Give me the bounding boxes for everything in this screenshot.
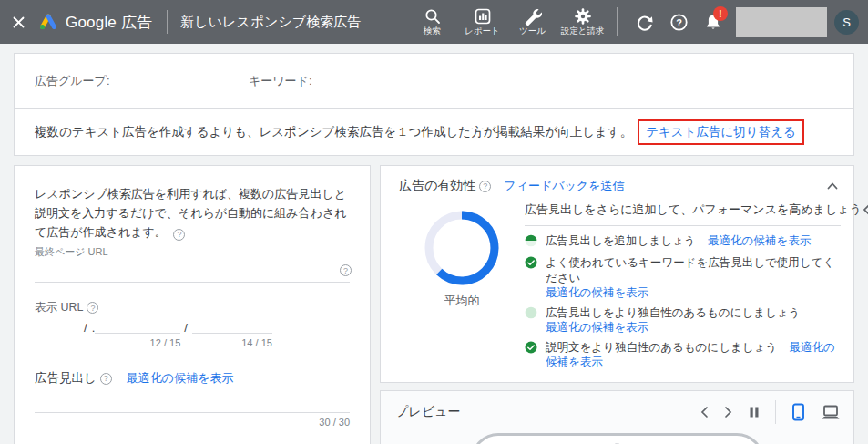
wrench-icon <box>524 7 542 26</box>
ad-strength-donut <box>423 209 501 287</box>
phone-preview-frame: 広告 · <box>471 433 764 444</box>
preview-title: プレビュー <box>395 404 460 420</box>
final-url-label: 最終ページ URL <box>35 245 350 259</box>
path2-counter: 14 / 15 <box>192 337 272 348</box>
half-progress-circle-icon <box>525 234 537 251</box>
suggestion-item: よく使われているキーワードを広告見出しで使用してください 最適化の候補を表示 <box>525 255 841 301</box>
chevron-up-icon[interactable] <box>824 179 841 193</box>
ad-editor-panel: レスポンシブ検索広告を利用すれば、複数の広告見出しと説明文を入力するだけで、それ… <box>14 165 371 444</box>
headline2-input[interactable]: 29 / 30 <box>35 440 350 444</box>
help-icon[interactable]: ? <box>661 0 696 44</box>
preview-panel: プレビュー <box>380 390 854 444</box>
send-feedback-link[interactable]: フィードバックを送信 <box>504 178 624 194</box>
ad-context-row: 広告グループ: キーワード: <box>15 54 853 108</box>
topbar-divider <box>617 7 618 36</box>
help-circle-icon[interactable]: ? <box>173 229 185 241</box>
ad-group-label: 広告グループ: <box>35 73 249 89</box>
logo-text: Google 広告 <box>66 12 152 33</box>
account-info-redacted <box>736 7 827 37</box>
final-url-input[interactable]: ? <box>35 259 350 283</box>
nav-search-label: 検索 <box>424 26 441 36</box>
suggestion-text: よく使われているキーワードを広告見出しで使用してください <box>546 256 834 284</box>
path-slash: / <box>80 321 92 348</box>
suggestion-text: 説明文をより独自性のあるものにしましょう <box>546 341 777 354</box>
headlines-label: 広告見出し <box>35 370 97 387</box>
suggestion-link[interactable]: 最適化の候補を表示 <box>546 285 841 301</box>
divider <box>525 225 841 226</box>
topbar-divider <box>167 10 168 34</box>
display-url-paths: / . 12 / 15 / 14 / 15 <box>80 321 350 348</box>
desktop-preview-icon[interactable] <box>821 404 841 420</box>
suggestion-item: 広告見出しを追加しましょう 最適化の候補を表示 <box>525 233 841 251</box>
nav-tools[interactable]: ツール <box>507 0 557 44</box>
check-circle-icon <box>525 256 537 301</box>
headline1-input[interactable]: 30 / 30 <box>35 399 350 428</box>
gear-icon <box>574 7 592 26</box>
avatar[interactable]: S <box>834 10 859 35</box>
suggestion-text: 広告見出しをより独自性のあるものにしましょう <box>546 306 800 319</box>
google-ads-logo-icon <box>38 13 58 31</box>
pause-icon[interactable] <box>749 406 760 418</box>
path1-counter: 12 / 15 <box>95 337 180 348</box>
chevron-left-icon[interactable] <box>862 203 868 216</box>
help-circle-icon[interactable]: ? <box>87 302 98 314</box>
path2-input[interactable]: 14 / 15 <box>192 321 272 348</box>
search-icon <box>424 7 442 26</box>
ad-strength-title: 広告の有効性 ? <box>399 178 491 194</box>
path-slash: / <box>180 321 192 348</box>
notice-row: 複数のテキスト広告を作成するよりも、レスポンシブ検索広告を１つ作成した方が掲載結… <box>15 108 853 155</box>
preview-next-icon[interactable] <box>724 406 733 418</box>
refresh-icon[interactable] <box>627 0 661 44</box>
mobile-preview-icon[interactable] <box>791 403 805 421</box>
help-circle-icon[interactable]: ? <box>479 181 491 192</box>
nav-reports-label: レポート <box>465 26 500 36</box>
headline1-counter: 30 / 30 <box>35 417 350 428</box>
suggestion-item: 広告見出しをより独自性のあるものにしましょう 最適化の候補を表示 <box>525 305 841 336</box>
topbar: Google 広告 新しいレスポンシブ検索広告 検索 レポート <box>0 0 868 44</box>
nav-reports[interactable]: レポート <box>457 0 507 44</box>
nav-search[interactable]: 検索 <box>407 0 457 44</box>
path1-input[interactable]: 12 / 15 <box>95 321 180 348</box>
notifications-bell-icon[interactable]: ! <box>696 0 730 44</box>
notice-text: 複数のテキスト広告を作成するよりも、レスポンシブ検索広告を１つ作成した方が掲載結… <box>35 124 632 140</box>
suggestion-text: 広告見出しを追加しましょう <box>546 234 696 247</box>
suggestion-item: 説明文をより独自性のあるものにしましょう 最適化の候補を表示 <box>525 340 841 370</box>
switch-to-text-ads-link[interactable]: テキスト広告に切り替える <box>646 124 796 140</box>
google-ads-logo[interactable]: Google 広告 <box>38 12 152 33</box>
close-icon[interactable] <box>0 0 36 44</box>
annotation-red-box: テキスト広告に切り替える <box>638 119 804 145</box>
headlines-header: 広告見出し ? 最適化の候補を表示 <box>35 370 350 387</box>
ad-strength-gauge: 平均的 <box>399 196 525 375</box>
report-icon <box>474 7 492 26</box>
help-circle-icon[interactable]: ? <box>340 264 352 276</box>
help-circle-icon[interactable]: ? <box>100 373 112 385</box>
suggestion-link[interactable]: 最適化の候補を表示 <box>708 234 811 247</box>
check-circle-icon <box>525 341 537 370</box>
nav-settings-billing-label: 設定と請求 <box>560 26 606 36</box>
carousel-title: 広告見出しをさらに追加して、パフォーマンスを高めましょう <box>525 201 862 218</box>
notification-badge: ! <box>713 6 728 21</box>
preview-prev-icon[interactable] <box>700 406 709 418</box>
keyword-label: キーワード: <box>249 73 312 89</box>
suggestion-link[interactable]: 最適化の候補を表示 <box>546 320 800 336</box>
context-card: 広告グループ: キーワード: 複数のテキスト広告を作成するよりも、レスポンシブ検… <box>14 53 854 156</box>
suggestion-carousel-header: 広告見出しをさらに追加して、パフォーマンスを高めましょう <box>525 196 841 218</box>
show-optimization-suggestions-link[interactable]: 最適化の候補を表示 <box>127 370 234 387</box>
ad-strength-rating: 平均的 <box>444 293 480 309</box>
display-url-label: 表示 URL ? <box>35 300 350 315</box>
ad-strength-panel: 広告の有効性 ? フィードバックを送信 <box>380 165 854 383</box>
pending-circle-icon <box>525 306 537 336</box>
page-title: 新しいレスポンシブ検索広告 <box>180 14 361 31</box>
intro-text: レスポンシブ検索広告を利用すれば、複数の広告見出しと説明文を入力するだけで、それ… <box>35 184 350 242</box>
google-ads-editor-window: Google 広告 新しいレスポンシブ検索広告 検索 レポート <box>0 0 868 444</box>
divider <box>775 400 776 424</box>
svg-text:?: ? <box>676 16 682 27</box>
nav-tools-label: ツール <box>519 26 546 36</box>
nav-settings-billing[interactable]: 設定と請求 <box>557 0 608 44</box>
